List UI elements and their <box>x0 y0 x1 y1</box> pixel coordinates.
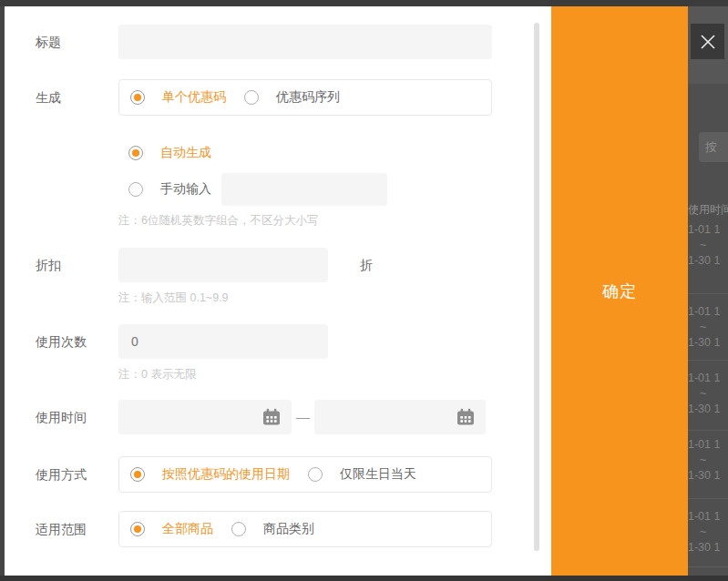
background-search-button[interactable]: 按 <box>699 132 728 162</box>
manual-input-row: 手动输入 <box>128 173 387 206</box>
background-table-header: 使用时间 <box>688 202 728 218</box>
radio-product-category[interactable] <box>231 522 246 536</box>
radio-code-series[interactable] <box>244 90 259 105</box>
table-row: 1-01 1 ~ 1-30 1 <box>688 304 720 351</box>
title-input[interactable] <box>118 25 492 59</box>
date-end: 1-30 1 <box>688 468 720 484</box>
usage-count-label: 使用次数 <box>36 324 87 359</box>
date-separator: ~ <box>700 386 720 402</box>
date-end: 1-30 1 <box>688 253 720 269</box>
date-start: 1-01 1 <box>688 509 720 525</box>
usage-time-label: 使用时间 <box>36 400 87 434</box>
generate-label: 生成 <box>36 79 61 116</box>
calendar-icon[interactable] <box>456 408 475 426</box>
radio-manual-input[interactable] <box>128 182 143 197</box>
usage-method-group: 按照优惠码的使用日期 仅限生日当天 <box>118 456 492 493</box>
start-date-input[interactable] <box>118 400 262 434</box>
radio-label-by-usage-date[interactable]: 按照优惠码的使用日期 <box>162 466 290 483</box>
date-separator: ~ <box>700 525 720 540</box>
date-separator: ~ <box>700 453 720 468</box>
usage-count-note: 注：0 表示无限 <box>118 367 196 382</box>
scope-row: 适用范围 全部商品 商品类别 <box>5 511 551 547</box>
discount-label: 折扣 <box>36 248 61 282</box>
row-divider <box>688 498 728 499</box>
date-end: 1-30 1 <box>688 540 720 556</box>
radio-all-products[interactable] <box>130 522 145 536</box>
date-range-separator: — <box>292 400 314 434</box>
discount-input[interactable] <box>118 248 328 282</box>
generate-type-group: 单个优惠码 优惠码序列 <box>118 79 492 116</box>
radio-label-code-series[interactable]: 优惠码序列 <box>276 89 340 106</box>
confirm-button-label: 确定 <box>602 280 637 302</box>
scope-label: 适用范围 <box>36 511 87 547</box>
table-row: 1-01 1 ~ 1-30 1 <box>688 222 720 269</box>
radio-label-product-category[interactable]: 商品类别 <box>263 521 314 537</box>
table-row: 1-01 1 ~ 1-30 1 <box>688 437 720 484</box>
radio-label-auto-generate[interactable]: 自动生成 <box>160 145 211 161</box>
radio-label-all-products[interactable]: 全部商品 <box>162 521 213 537</box>
date-start: 1-01 1 <box>688 304 720 320</box>
end-date-field[interactable] <box>314 400 486 434</box>
page-edge-bottom <box>0 576 728 581</box>
background-search-label: 按 <box>705 140 717 154</box>
row-divider <box>688 566 728 567</box>
dimmed-page-background: 按 使用时间 1-01 1 ~ 1-30 1 1-01 1 ~ 1-30 1 1… <box>688 6 728 576</box>
page-edge-top <box>0 0 728 6</box>
usage-time-row: 使用时间 — <box>5 400 551 434</box>
radio-label-single-code[interactable]: 单个优惠码 <box>162 89 226 106</box>
generate-row: 生成 单个优惠码 优惠码序列 <box>5 79 551 116</box>
discount-note: 注：输入范围 0.1~9.9 <box>118 290 229 306</box>
scope-group: 全部商品 商品类别 <box>118 511 492 547</box>
calendar-icon[interactable] <box>262 408 281 426</box>
table-row: 1-01 1 ~ 1-30 1 <box>688 509 720 556</box>
start-date-field[interactable] <box>118 400 292 434</box>
radio-label-manual-input[interactable]: 手动输入 <box>160 181 211 198</box>
title-label: 标题 <box>36 25 61 59</box>
row-divider <box>688 430 728 431</box>
generate-note: 注：6位随机英数字组合，不区分大小写 <box>118 213 318 229</box>
usage-method-label: 使用方式 <box>36 456 87 493</box>
close-icon <box>698 32 718 52</box>
usage-count-row: 使用次数 <box>5 324 551 359</box>
auto-generate-row: 自动生成 <box>128 146 230 160</box>
date-start: 1-01 1 <box>688 222 720 238</box>
screen: 按 使用时间 1-01 1 ~ 1-30 1 1-01 1 ~ 1-30 1 1… <box>0 0 728 581</box>
row-divider <box>688 293 728 294</box>
page-edge-left <box>0 6 4 576</box>
radio-by-usage-date[interactable] <box>130 467 145 482</box>
usage-count-input[interactable] <box>118 324 328 359</box>
date-separator: ~ <box>700 320 720 335</box>
date-start: 1-01 1 <box>688 371 720 386</box>
close-button[interactable] <box>691 24 724 59</box>
manual-code-input[interactable] <box>221 173 387 206</box>
radio-birthday-only[interactable] <box>308 467 323 482</box>
confirm-button[interactable]: 确定 <box>551 6 688 576</box>
radio-auto-generate[interactable] <box>128 146 143 160</box>
radio-single-code[interactable] <box>130 90 145 105</box>
date-end: 1-30 1 <box>688 402 720 417</box>
row-divider <box>688 360 728 361</box>
scrollbar[interactable] <box>534 23 539 551</box>
discount-row: 折扣 折 <box>5 248 551 282</box>
usage-method-row: 使用方式 按照优惠码的使用日期 仅限生日当天 <box>5 456 551 493</box>
discount-unit: 折 <box>360 248 373 282</box>
date-end: 1-30 1 <box>688 335 720 351</box>
radio-label-birthday-only[interactable]: 仅限生日当天 <box>340 466 416 483</box>
date-separator: ~ <box>700 238 720 253</box>
table-row: 1-01 1 ~ 1-30 1 <box>688 371 720 417</box>
date-start: 1-01 1 <box>688 437 720 453</box>
end-date-input[interactable] <box>314 400 456 434</box>
coupon-dialog: 标题 生成 单个优惠码 优惠码序列 自动生成 手动输入 注：6位随机英数字组合，… <box>5 6 551 576</box>
title-row: 标题 <box>5 25 551 59</box>
